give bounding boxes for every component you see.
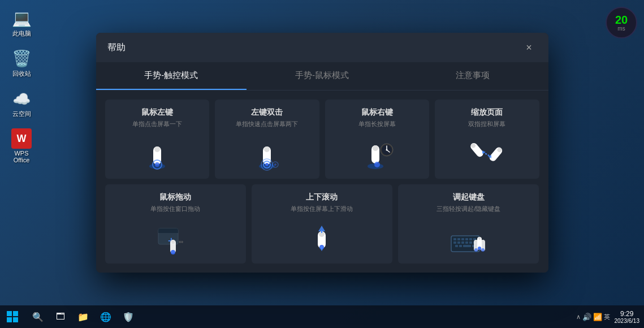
- gesture-card-double-click: 左键双击 单指快速点击屏幕两下: [215, 100, 319, 179]
- card-title-drag: 鼠标拖动: [159, 192, 191, 202]
- clock-date: 2023/6/13: [615, 318, 640, 324]
- card-title-scroll: 上下滚动: [306, 192, 338, 202]
- svg-rect-24: [469, 142, 485, 158]
- card-icon-keyboard: [449, 219, 489, 258]
- svg-point-37: [171, 250, 175, 254]
- svg-rect-48: [461, 238, 464, 240]
- taskbar-search[interactable]: 🔍: [27, 306, 49, 327]
- svg-point-68: [478, 247, 481, 250]
- network-icon[interactable]: 📶: [593, 313, 602, 321]
- svg-text:⇔: ⇔: [179, 239, 183, 245]
- svg-rect-59: [459, 245, 462, 247]
- modal-body: 鼠标左键 单指点击屏幕一下: [96, 90, 548, 273]
- svg-rect-54: [461, 241, 464, 244]
- card-icon-right-click: [357, 134, 397, 173]
- card-title-keyboard: 调起键盘: [453, 192, 485, 202]
- svg-point-12: [265, 163, 269, 166]
- svg-rect-58: [455, 245, 458, 247]
- svg-rect-46: [453, 238, 456, 240]
- gesture-card-keyboard: 调起键盘 三指轻按调起/隐藏键盘: [398, 184, 539, 264]
- modal-title: 帮助: [107, 42, 126, 54]
- card-desc-drag: 单指按住窗口拖动: [150, 205, 200, 213]
- card-title-zoom: 缩放页面: [471, 107, 503, 118]
- svg-rect-53: [457, 241, 460, 244]
- card-desc-right-click: 单指长按屏幕: [358, 120, 396, 128]
- tab-touch-mode[interactable]: 手势-触控模式: [96, 62, 247, 90]
- svg-rect-55: [465, 241, 468, 244]
- svg-point-23: [374, 162, 380, 167]
- volume-icon[interactable]: 🔊: [582, 313, 591, 321]
- svg-rect-67: [475, 240, 477, 243]
- gesture-card-zoom: 缩放页面 双指捏和屏幕: [435, 100, 539, 179]
- svg-rect-60: [463, 245, 471, 247]
- taskbar-pinned-apps: 🔍 🗔 📁 🌐 🛡️: [27, 306, 139, 327]
- card-title-left-click: 鼠标左键: [141, 107, 173, 118]
- card-desc-zoom: 双指捏和屏幕: [468, 120, 505, 128]
- svg-rect-73: [7, 317, 12, 322]
- close-button[interactable]: ×: [521, 40, 537, 55]
- start-button[interactable]: [0, 305, 25, 328]
- modal-overlay: 帮助 × 手势-触控模式 手势-鼠标模式 注意事项 鼠标左键 单指点击屏幕一下: [0, 0, 644, 305]
- gesture-card-scroll: 上下滚动 单指按住屏幕上下滑动: [252, 184, 392, 264]
- card-icon-scroll: [302, 219, 342, 258]
- desktop: 💻 此电脑 🗑️ 回收站 ☁️ 云空间 W WPS Office 20 ms: [0, 0, 644, 328]
- gesture-card-left-click: 鼠标左键 单指点击屏幕一下: [105, 100, 210, 179]
- taskbar-security[interactable]: 🛡️: [118, 306, 139, 327]
- tab-notes[interactable]: 注意事项: [397, 62, 548, 90]
- svg-point-70: [474, 248, 478, 252]
- svg-rect-63: [478, 237, 481, 240]
- svg-rect-72: [13, 311, 18, 316]
- gesture-card-drag: 鼠标拖动 单指按住窗口拖动 ✛ ⇔: [105, 184, 246, 264]
- svg-rect-49: [465, 238, 468, 240]
- gesture-grid-bottom: 鼠标拖动 单指按住窗口拖动 ✛ ⇔: [105, 184, 539, 264]
- svg-rect-9: [264, 146, 270, 152]
- svg-rect-50: [469, 238, 472, 240]
- card-desc-left-click: 单指点击屏幕一下: [132, 120, 182, 128]
- system-tray: ∧ 🔊 📶 英: [576, 313, 610, 321]
- taskbar-file-explorer[interactable]: 📁: [72, 306, 94, 327]
- taskbar-right: ∧ 🔊 📶 英 9:29 2023/6/13: [576, 310, 645, 324]
- card-icon-zoom: [467, 134, 507, 173]
- card-desc-keyboard: 三指轻按调起/隐藏键盘: [436, 205, 500, 213]
- svg-rect-52: [453, 241, 456, 244]
- gesture-grid-top: 鼠标左键 单指点击屏幕一下: [105, 100, 539, 179]
- card-desc-double-click: 单指快速点击屏幕两下: [236, 120, 298, 128]
- svg-point-6: [155, 162, 159, 167]
- svg-rect-36: [171, 240, 175, 244]
- svg-rect-4: [154, 146, 160, 152]
- taskbar-edge[interactable]: 🌐: [95, 306, 116, 327]
- tab-mouse-mode[interactable]: 手势-鼠标模式: [247, 62, 397, 90]
- card-icon-drag: ✛ ⇔: [155, 219, 195, 258]
- svg-rect-26: [489, 146, 504, 162]
- modal-tabs: 手势-触控模式 手势-鼠标模式 注意事项: [96, 62, 548, 90]
- gesture-card-right-click: 鼠标右键 单指长按屏幕: [325, 100, 430, 179]
- svg-rect-74: [13, 317, 18, 322]
- card-icon-double-click: [247, 134, 287, 173]
- taskbar-clock[interactable]: 9:29 2023/6/13: [615, 310, 640, 324]
- chevron-up-icon[interactable]: ∧: [576, 313, 581, 321]
- modal-header: 帮助 ×: [96, 33, 548, 62]
- card-title-right-click: 鼠标右键: [361, 107, 393, 118]
- svg-rect-71: [7, 311, 12, 316]
- help-modal: 帮助 × 手势-触控模式 手势-鼠标模式 注意事项 鼠标左键 单指点击屏幕一下: [96, 33, 548, 273]
- card-desc-scroll: 单指按住屏幕上下滑动: [291, 205, 353, 213]
- card-icon-left-click: [137, 134, 177, 173]
- svg-point-14: [274, 163, 276, 166]
- taskbar: 🔍 🗔 📁 🌐 🛡️ ∧ 🔊 📶 英 9:29 2023/6/13: [0, 305, 644, 328]
- taskbar-task-view[interactable]: 🗔: [50, 306, 71, 327]
- svg-rect-17: [373, 145, 378, 151]
- svg-rect-56: [469, 241, 472, 244]
- card-title-double-click: 左键双击: [251, 107, 283, 118]
- language-icon[interactable]: 英: [604, 313, 610, 321]
- svg-rect-47: [457, 238, 460, 240]
- svg-rect-65: [482, 240, 484, 243]
- svg-point-22: [386, 149, 387, 151]
- clock-time: 9:29: [615, 310, 640, 318]
- svg-rect-32: [158, 231, 178, 233]
- svg-point-69: [481, 248, 485, 252]
